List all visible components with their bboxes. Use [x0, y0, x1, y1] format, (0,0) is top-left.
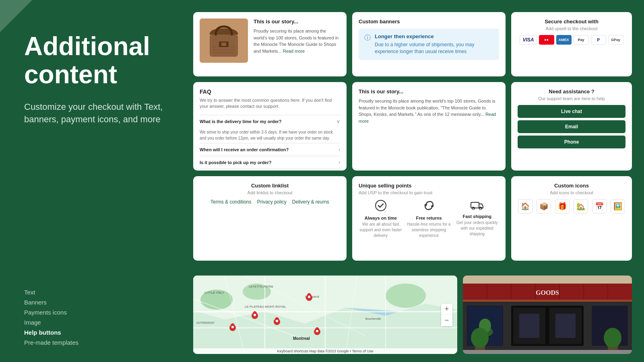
usp-title: Unique selling points [359, 183, 499, 189]
secure-subtitle: Add upsell to the checkout [518, 26, 625, 31]
bag-illustration [204, 21, 244, 61]
visa-icon: VISA [520, 35, 537, 45]
email-button[interactable]: Email [518, 120, 625, 133]
custom-icons-card: Custom icons Add icons to checkout 🏠 📦 🎁… [511, 176, 632, 261]
svg-point-6 [376, 200, 386, 211]
banner-alert-title: Longer then experience [375, 33, 493, 39]
faq-question-2: When will I receive an order confirmatio… [200, 147, 289, 152]
svg-point-35 [308, 296, 310, 298]
icons-title: Custom icons [518, 183, 625, 189]
page-subtitle: Customize your checkout with Text, banne… [24, 101, 165, 126]
sidebar-item-image[interactable]: Image [24, 319, 165, 326]
faq-question-3: Is it possible to pick up my order? [200, 160, 271, 165]
svg-text:Boucherville: Boucherville [365, 317, 381, 320]
story-read-more[interactable]: Read more [283, 49, 305, 53]
usp-sub-2: Hassle-free returns for a seamless shopp… [407, 222, 451, 239]
icon-box-3: 🎁 [555, 199, 570, 214]
faq-item-1[interactable]: What is the delivery time for my order? … [200, 115, 340, 143]
map-svg: LITTLE ITALY LA PETITE-PATRIE LE PLATEAU… [193, 276, 457, 354]
secure-checkout-card: Secure checkout with Add upsell to the c… [511, 12, 632, 76]
banner-alert: ⓘ Longer then experience Due to a higher… [359, 29, 499, 60]
sidebar-item-banners[interactable]: Banners [24, 299, 165, 306]
delivery-link[interactable]: Delivery & reurns [292, 199, 329, 205]
live-chat-button[interactable]: Live chat [518, 105, 625, 118]
linklist-subtitle: Add linklist to checkout [200, 190, 340, 195]
checkmark-icon [359, 200, 403, 214]
store-card: GOODS [463, 276, 632, 354]
story2-read-more[interactable]: Read more [359, 112, 496, 123]
faq-item-2[interactable]: When will I receive an order confirmatio… [200, 143, 340, 156]
map-footer: Keyboard shortcuts Map data ©2023 Google… [193, 348, 457, 354]
zoom-out-button[interactable]: − [441, 315, 452, 326]
page-title: Additional content [24, 32, 165, 89]
linklist-card: Custom linklist Add linklist to checkout… [193, 176, 347, 261]
map-placeholder: LITTLE ITALY LA PETITE-PATRIE LE PLATEAU… [193, 276, 457, 354]
faq-answer-1: We strive to ship your order within 2-5 … [200, 128, 340, 143]
svg-rect-7 [471, 202, 479, 208]
chevron-right-icon-2: › [339, 147, 340, 152]
svg-text:GOODS: GOODS [536, 289, 559, 296]
linklist-title: Custom linklist [200, 183, 340, 189]
svg-rect-65 [463, 300, 632, 302]
sidebar-item-text[interactable]: Text [24, 289, 165, 296]
usp-card: Unique selling points Add USP to the che… [352, 176, 506, 261]
terms-link[interactable]: Terms & conditions [211, 199, 251, 205]
store-image: GOODS [463, 276, 632, 354]
svg-point-13 [386, 284, 426, 308]
icon-box-1: 🏠 [518, 199, 533, 214]
svg-rect-58 [555, 314, 576, 338]
sidebar-nav: Text Banners Payments icons Image Help b… [24, 289, 165, 346]
svg-rect-4 [213, 49, 235, 50]
bottom-row: LITTLE ITALY LA PETITE-PATRIE LE PLATEAU… [193, 276, 632, 354]
svg-rect-64 [463, 350, 632, 354]
icons-subtitle: Add icons to checkout [518, 190, 625, 195]
icon-box-4: 🏡 [574, 199, 588, 214]
sidebar-item-help[interactable]: Help buttons [24, 329, 165, 336]
svg-rect-3 [213, 47, 235, 47]
faq-question-1: What is the delivery time for my order? [200, 119, 282, 124]
phone-button[interactable]: Phone [518, 136, 625, 148]
svg-text:Montreal: Montreal [293, 336, 310, 341]
icon-grid-container: 🏠 📦 🎁 🏡 📅 🖼️ [518, 199, 625, 214]
secure-title: Secure checkout with [518, 19, 625, 25]
usp-title-3: Fast shipping [455, 214, 499, 219]
svg-text:OUTREMONT: OUTREMONT [196, 321, 215, 324]
privacy-link[interactable]: Privacy policy [257, 199, 286, 205]
usp-items-container: Always on time We are all about fast sup… [359, 200, 499, 239]
story-card: This is our story... Proudly securing it… [193, 12, 347, 76]
svg-point-37 [316, 330, 318, 332]
svg-point-39 [231, 326, 234, 328]
sidebar-item-templates[interactable]: Pre-made templates [24, 339, 165, 346]
returns-icon [407, 200, 451, 214]
story-title: This is our story... [254, 19, 340, 25]
banner-alert-content: Longer then experience Due to a higher v… [375, 33, 493, 55]
svg-rect-5 [213, 52, 235, 53]
assist-subtitle: Our support team are here to help [518, 96, 625, 101]
payment-icons-container: VISA ●● AMEX Pay P GPay [518, 35, 625, 45]
left-panel: Additional content Customize your checko… [0, 0, 185, 362]
chevron-down-icon: ∨ [336, 119, 340, 124]
linklist-links-container: Terms & conditions Privacy policy Delive… [200, 199, 340, 205]
story2-body: Proudly securing its place among the wor… [359, 98, 499, 124]
banners-card: Custom banners ⓘ Longer then experience … [352, 12, 506, 76]
mastercard-icon: ●● [539, 35, 554, 45]
applepay-icon: Pay [574, 35, 589, 45]
svg-text:LITTLE ITALY: LITTLE ITALY [204, 291, 225, 294]
svg-point-63 [604, 328, 621, 348]
faq-item-4[interactable]: Do you ship abroad? › [200, 169, 340, 171]
usp-sub-3: Get your orders quickly with our expedit… [455, 220, 499, 237]
story2-card: This is our story... Proudly securing it… [352, 82, 506, 171]
info-icon: ⓘ [364, 34, 371, 42]
zoom-in-button[interactable]: + [441, 304, 452, 315]
map-card: LITTLE ITALY LA PETITE-PATRIE LE PLATEAU… [193, 276, 457, 354]
story2-title: This is our story... [359, 88, 499, 95]
faq-item-3[interactable]: Is it possible to pick up my order? › [200, 156, 340, 169]
amex-icon: AMEX [556, 35, 572, 45]
svg-rect-57 [519, 314, 539, 338]
usp-title-2: Free returns [407, 216, 451, 220]
svg-point-33 [276, 320, 278, 322]
usp-sub-1: We are all about fast support and even f… [359, 222, 403, 239]
story-text: This is our story... Proudly securing it… [254, 19, 340, 54]
sidebar-item-payments[interactable]: Payments icons [24, 309, 165, 316]
gpay-icon: GPay [608, 35, 623, 45]
